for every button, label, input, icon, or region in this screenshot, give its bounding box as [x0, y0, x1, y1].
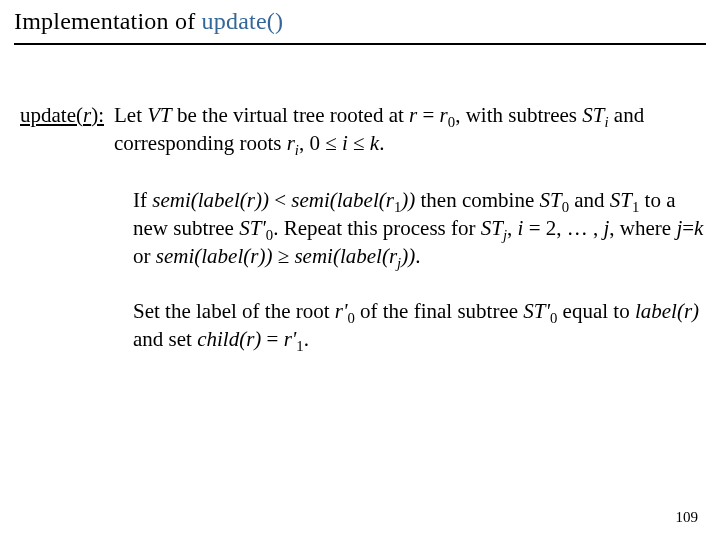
definition-lhs: update(r):: [20, 101, 114, 129]
def-lhs-after: ):: [91, 103, 104, 127]
paragraph-1: If semi(label(r)) < semi(label(r1)) then…: [133, 186, 706, 271]
slide-title: Implementation of update(): [14, 8, 706, 45]
definition-rhs: Let VT be the virtual tree rooted at r =…: [114, 101, 706, 158]
slide: Implementation of update() update(r): Le…: [0, 0, 720, 540]
paragraph-2: Set the label of the root r'0 of the fin…: [133, 297, 706, 354]
definition-block: update(r): Let VT be the virtual tree ro…: [20, 101, 706, 158]
title-text-accent: update(): [202, 8, 284, 34]
title-text-plain: Implementation of: [14, 8, 202, 34]
def-lhs-ital: r: [83, 103, 91, 127]
page-number: 109: [676, 509, 699, 526]
def-lhs-plain: update(: [20, 103, 83, 127]
slide-body: update(r): Let VT be the virtual tree ro…: [14, 101, 706, 353]
